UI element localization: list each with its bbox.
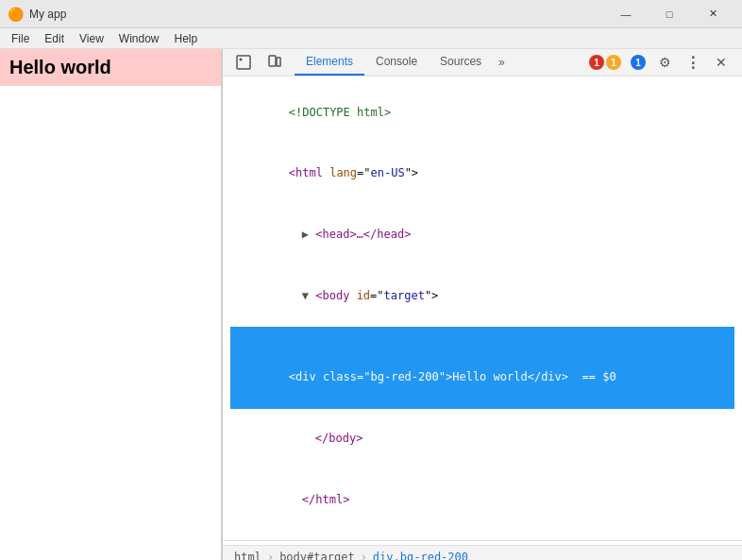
settings-button[interactable]: ⚙ <box>651 49 678 76</box>
titlebar-left: 🟠 My app <box>8 7 66 22</box>
cursor-icon <box>235 54 252 71</box>
titlebar-controls: — □ ✕ <box>604 0 734 28</box>
message-badge-group: 1 <box>627 55 649 70</box>
dom-line-div[interactable]: <div class="bg-red-200">Hello world</div… <box>230 327 734 408</box>
breadcrumb-div[interactable]: div.bg-red-200 <box>369 550 472 560</box>
dom-separator <box>223 540 742 541</box>
app-title: My app <box>29 8 66 21</box>
message-badge: 1 <box>631 55 646 70</box>
dom-line-body[interactable]: ▼ <body id="target"> <box>230 265 734 327</box>
maximize-button[interactable]: □ <box>648 0 691 28</box>
doctype-text: <!DOCTYPE html> <box>289 106 391 119</box>
cursor-tool-button[interactable] <box>230 49 257 76</box>
app-panel: Hello world <box>0 49 222 560</box>
tab-more[interactable]: » <box>493 50 511 75</box>
error-badge-group: 1 1 <box>585 55 625 70</box>
error-badge: 1 <box>589 55 604 70</box>
device-icon <box>265 54 282 71</box>
more-options-button[interactable]: ⋮ <box>680 49 706 76</box>
tab-console[interactable]: Console <box>364 49 429 76</box>
close-button[interactable]: ✕ <box>691 0 734 28</box>
menu-view[interactable]: View <box>72 30 111 47</box>
menu-help[interactable]: Help <box>167 30 206 47</box>
devtools-toolbar-right: 1 1 1 ⚙ ⋮ ✕ <box>585 49 734 76</box>
hello-world-display: Hello world <box>0 49 221 86</box>
dom-line-head[interactable]: ▶ <head>…</head> <box>230 205 734 266</box>
dom-line-doctype[interactable]: <!DOCTYPE html> <box>230 82 734 144</box>
device-tool-button[interactable] <box>261 49 287 76</box>
devtools-panel: Elements Console Sources » 1 1 1 ⚙ ⋮ ✕ <box>222 49 742 560</box>
breadcrumb-html[interactable]: html <box>230 550 265 560</box>
main-layout: Hello world Elements Console Sources » 1… <box>0 49 742 560</box>
dom-line-html-close[interactable]: </html> <box>230 469 734 531</box>
dom-line-body-close[interactable]: </body> <box>230 409 734 470</box>
menubar: File Edit View Window Help <box>0 28 742 49</box>
breadcrumb-body[interactable]: body#target <box>276 550 358 560</box>
menu-window[interactable]: Window <box>111 30 167 47</box>
warning-badge: 1 <box>606 55 621 70</box>
close-devtools-button[interactable]: ✕ <box>708 49 734 76</box>
titlebar: 🟠 My app — □ ✕ <box>0 0 742 28</box>
tab-elements[interactable]: Elements <box>295 49 364 76</box>
menu-file[interactable]: File <box>4 30 37 47</box>
menu-edit[interactable]: Edit <box>37 30 72 47</box>
svg-point-1 <box>240 59 243 61</box>
breadcrumb: html › body#target › div.bg-red-200 <box>223 545 742 560</box>
svg-rect-0 <box>237 56 250 69</box>
svg-rect-2 <box>269 56 276 66</box>
svg-rect-3 <box>277 58 280 66</box>
minimize-button[interactable]: — <box>604 0 648 28</box>
devtools-tabs: Elements Console Sources » <box>295 49 582 76</box>
app-icon: 🟠 <box>8 7 24 22</box>
html-tag-open: <html <box>289 166 329 179</box>
dom-tree: <!DOCTYPE html> <html lang="en-US"> ▶ <h… <box>223 76 742 536</box>
dom-line-html[interactable]: <html lang="en-US"> <box>230 144 734 205</box>
devtools-toolbar: Elements Console Sources » 1 1 1 ⚙ ⋮ ✕ <box>223 49 742 76</box>
tab-sources[interactable]: Sources <box>429 49 493 76</box>
